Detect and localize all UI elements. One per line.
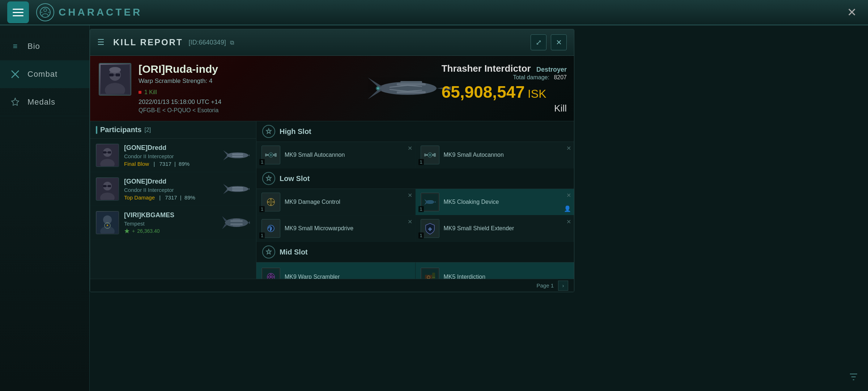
- sidebar-item-combat[interactable]: Combat: [0, 60, 89, 88]
- participant-info: [GONE]Dredd Condor II Interceptor Top Da…: [124, 178, 216, 201]
- participants-count: [2]: [144, 127, 151, 133]
- slot-item-close[interactable]: ✕: [566, 218, 571, 225]
- sidebar-item-medals[interactable]: Medals: [0, 88, 89, 116]
- svg-rect-66: [265, 154, 267, 156]
- participants-header: Participants [2]: [90, 121, 256, 139]
- hamburger-button[interactable]: [7, 1, 29, 23]
- slot-item[interactable]: 1 MK9 Small Autocannon ✕: [416, 142, 574, 168]
- participant-ship-img: [221, 145, 250, 165]
- slot-item-qty: 1: [259, 232, 265, 239]
- sidebar-label-combat: Combat: [27, 70, 58, 79]
- svg-rect-28: [103, 151, 106, 154]
- kr-export-button[interactable]: ⤢: [531, 34, 546, 50]
- slot-item-close[interactable]: ✕: [566, 145, 571, 152]
- svg-rect-29: [108, 151, 111, 154]
- page-indicator: Page 1: [536, 282, 554, 289]
- high-slot-title: High Slot: [280, 127, 311, 136]
- svg-rect-40: [103, 185, 106, 187]
- svg-point-13: [109, 67, 121, 73]
- svg-rect-60: [230, 223, 243, 225]
- slot-item-close[interactable]: ✕: [408, 192, 412, 199]
- slot-item-qty: 1: [259, 159, 265, 165]
- low-slot-items-row2: 1 MK9 Small Microwarpdrive ✕: [256, 215, 574, 242]
- slot-item-highlighted[interactable]: 1 MK5 Cloaking Device ✕ 👤: [416, 189, 574, 215]
- ship-class: Destroyer: [536, 66, 567, 73]
- kr-title: KILL REPORT: [113, 37, 183, 47]
- svg-marker-33: [223, 150, 229, 155]
- svg-marker-54: [124, 228, 129, 234]
- participant-item[interactable]: [GONE]Dredd Condor II Interceptor Final …: [90, 139, 256, 172]
- ship-silhouette: [361, 67, 455, 110]
- ship-info-right: Thrasher Interdictor Destroyer Total dam…: [442, 63, 567, 114]
- sidebar-label-bio: Bio: [27, 42, 40, 51]
- svg-marker-44: [248, 188, 250, 190]
- svg-rect-47: [232, 187, 243, 189]
- slot-item-name: MK9 Small Autocannon: [285, 151, 345, 159]
- svg-marker-45: [223, 184, 229, 188]
- slot-item-name: MK9 Small Shield Extender: [444, 225, 514, 232]
- kill-report-banner: [ORI]Ruda-indy Warp Scramble Strength: 4…: [90, 56, 574, 121]
- svg-marker-6: [12, 98, 19, 105]
- svg-marker-57: [222, 216, 227, 221]
- top-close-button[interactable]: ✕: [843, 3, 861, 21]
- svg-marker-58: [222, 224, 227, 229]
- slot-item-close[interactable]: ✕: [408, 218, 412, 225]
- participant-item[interactable]: [VIRI]KBGAMES Tempest + 26,363.40: [90, 206, 256, 240]
- slot-item[interactable]: 1 MK9 Small Shield Extender ✕: [416, 215, 574, 241]
- slot-item-name: MK9 Damage Control: [285, 198, 340, 206]
- top-bar: CHARACTER ✕: [0, 0, 868, 25]
- participant-badge: Top Damage | 7317 | 89%: [124, 194, 216, 201]
- svg-point-69: [270, 154, 272, 156]
- slot-item-close[interactable]: ✕: [566, 192, 571, 199]
- slot-item-name: MK5 Cloaking Device: [444, 198, 499, 206]
- header-bar-accent: [96, 126, 97, 134]
- page-nav-button[interactable]: ›: [558, 281, 568, 291]
- participant-name: [VIRI]KBGAMES: [124, 211, 216, 219]
- slot-item[interactable]: 1 MK9 Damage Control ✕: [256, 189, 416, 215]
- svg-rect-82: [267, 201, 269, 203]
- bio-icon: ≡: [9, 40, 22, 53]
- medals-icon: [9, 96, 22, 109]
- participant-avatar: [96, 177, 119, 201]
- svg-marker-46: [223, 190, 229, 194]
- participant-badge: Final Blow | 7317 | 89%: [124, 161, 216, 167]
- slot-item-qty: 1: [259, 206, 265, 212]
- slot-item-name: MK9 Small Autocannon: [444, 151, 504, 159]
- kr-close-button[interactable]: ✕: [551, 34, 567, 50]
- svg-marker-34: [223, 156, 229, 160]
- isk-value: 65,908,547: [442, 83, 525, 101]
- slot-item[interactable]: 1 MK9 Small Microwarpdrive ✕: [256, 215, 416, 241]
- filter-icon[interactable]: [848, 371, 859, 385]
- slot-item-name: MK9 Small Microwarpdrive: [285, 225, 353, 232]
- svg-rect-83: [273, 201, 275, 203]
- participant-item[interactable]: [GONE]Dredd Condor II Interceptor Top Da…: [90, 172, 256, 206]
- sidebar-item-bio[interactable]: ≡ Bio: [0, 33, 89, 60]
- svg-point-1: [44, 9, 47, 12]
- svg-rect-10: [109, 73, 114, 76]
- total-damage-label: Total damage: 8207: [442, 74, 567, 81]
- char-logo-icon: [36, 3, 54, 21]
- slot-item-close[interactable]: ✕: [408, 145, 412, 152]
- svg-rect-80: [270, 198, 272, 200]
- high-slot-icon: [262, 125, 275, 138]
- slot-item[interactable]: 1 MK9 Small Autocannon ✕: [256, 142, 416, 168]
- kill-report-header: ☰ KILL REPORT [ID:6640349] ⧉ ⤢ ✕: [90, 29, 574, 56]
- ship-name: Thrasher Interdictor Destroyer: [442, 63, 567, 74]
- participant-ship: Condor II Interceptor: [124, 153, 216, 159]
- modal-area: ☰ KILL REPORT [ID:6640349] ⧉ ⤢ ✕: [90, 25, 868, 391]
- svg-point-75: [429, 154, 431, 156]
- sidebar-label-medals: Medals: [27, 97, 55, 107]
- kr-id: [ID:6640349] ⧉: [189, 39, 234, 46]
- svg-rect-11: [116, 73, 120, 76]
- kr-menu-icon[interactable]: ☰: [97, 38, 105, 47]
- mid-slot-title: Mid Slot: [280, 248, 308, 256]
- svg-point-94: [270, 227, 272, 230]
- svg-point-102: [270, 276, 272, 278]
- svg-point-79: [269, 200, 273, 204]
- result-label: Kill: [442, 103, 567, 114]
- sidebar: ≡ Bio Combat Medals: [0, 25, 90, 391]
- participant-ship: Tempest: [124, 220, 216, 227]
- svg-rect-62: [233, 225, 240, 227]
- svg-rect-81: [270, 204, 272, 206]
- svg-marker-32: [248, 154, 250, 156]
